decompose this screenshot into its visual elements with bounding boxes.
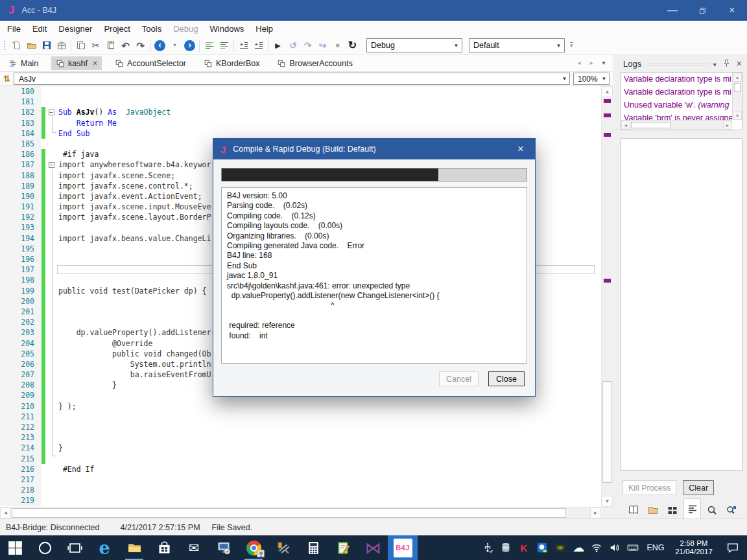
taskbar-clock[interactable]: 2:58 PM 21/04/2017	[669, 539, 718, 557]
back-history-dropdown-icon[interactable]: ▾	[167, 38, 182, 53]
b4j-app[interactable]: B4J	[388, 535, 418, 560]
clear-logs-button[interactable]: Clear	[683, 480, 714, 495]
scroll-up-icon[interactable]: ▲	[733, 73, 742, 82]
language-indicator[interactable]: ENG	[642, 543, 669, 552]
panel-splitter[interactable]	[613, 55, 618, 519]
redo-icon[interactable]: ↷	[133, 38, 148, 53]
zoom-select[interactable]: 100% ▼	[573, 73, 610, 85]
find-tab-icon[interactable]	[704, 501, 721, 519]
collapse-icon[interactable]: −	[49, 110, 54, 115]
build-config-select[interactable]: Default ▼	[469, 38, 565, 52]
visual-studio-icon[interactable]: ⋈	[358, 535, 388, 560]
comment-icon[interactable]	[202, 38, 217, 53]
notification-icon[interactable]	[718, 541, 747, 554]
nvidia-icon[interactable]	[551, 535, 569, 560]
toolbar-overflow-icon[interactable]: ▾	[570, 42, 573, 49]
indent-icon[interactable]	[251, 38, 266, 53]
minimize-icon[interactable]: —	[658, 0, 687, 21]
files-tab-icon[interactable]	[644, 501, 661, 519]
logs-vscroll-thumb[interactable]	[734, 83, 741, 92]
logs-hscroll-thumb[interactable]	[631, 122, 671, 128]
calculator-icon[interactable]	[298, 535, 328, 560]
restart-icon[interactable]: ↻	[345, 38, 360, 53]
tab-accountselector[interactable]: AccountSelector	[110, 56, 191, 70]
chrome-icon[interactable]	[239, 535, 268, 560]
scroll-down-icon[interactable]: ▼	[602, 496, 613, 507]
menu-item-tools[interactable]: Tools	[136, 21, 167, 36]
navigate-forward-icon[interactable]: ›	[182, 38, 197, 53]
restore-icon[interactable]	[687, 0, 717, 21]
log-item[interactable]: Unused variable 'w'. (warning	[621, 99, 732, 111]
pin-icon[interactable]	[722, 59, 731, 69]
scroll-up-icon[interactable]: ▲	[602, 86, 613, 97]
cortana-icon[interactable]	[30, 535, 60, 560]
touch-keyboard-icon[interactable]	[624, 535, 642, 560]
start-icon[interactable]	[0, 535, 30, 560]
editor-vscrollbar[interactable]: ▲ ▼	[601, 86, 613, 507]
close-icon[interactable]: ×	[717, 0, 747, 21]
remote-desktop-icon[interactable]	[209, 535, 239, 560]
store-icon[interactable]	[149, 535, 179, 560]
edge-icon[interactable]: e	[89, 535, 119, 560]
open-project-icon[interactable]	[24, 38, 39, 53]
task-view-icon[interactable]	[60, 535, 89, 560]
close-icon[interactable]: ×	[737, 59, 742, 69]
close-button[interactable]: Close	[488, 371, 525, 386]
logs-hscrollbar[interactable]: ◄ ►	[621, 120, 732, 130]
menu-item-edit[interactable]: Edit	[27, 21, 53, 36]
log-item[interactable]: Variable 'brm' is never assigne	[621, 111, 732, 120]
stop-icon[interactable]: ■	[330, 38, 345, 53]
kaspersky-icon[interactable]: K	[515, 535, 533, 560]
tab-kashf[interactable]: kashf×	[51, 56, 102, 70]
undo-icon[interactable]: ↶	[118, 38, 133, 53]
scroll-right-icon[interactable]: ►	[723, 121, 732, 130]
copy-icon[interactable]	[73, 38, 88, 53]
dialog-title-bar[interactable]: J Compile & Rapid Debug (Build: Default)…	[213, 139, 535, 159]
menu-item-file[interactable]: File	[1, 21, 27, 36]
collapse-icon[interactable]: −	[49, 162, 54, 168]
navigate-back-icon[interactable]: ‹	[152, 38, 167, 53]
database-icon[interactable]	[497, 535, 515, 560]
cut-icon[interactable]: ✂	[88, 38, 103, 53]
usb-icon[interactable]	[479, 535, 497, 560]
tab-kborderbox[interactable]: KBorderBox	[199, 56, 264, 70]
save-all-icon[interactable]	[39, 38, 54, 53]
log-item[interactable]: Variable declaration type is mi	[621, 73, 732, 86]
logs-list[interactable]: Variable declaration type is miVariable …	[621, 72, 742, 130]
menu-item-project[interactable]: Project	[98, 21, 136, 36]
chevron-down-icon[interactable]: ▾	[713, 59, 717, 69]
dev-tools-icon[interactable]	[268, 535, 298, 560]
paste-icon[interactable]	[103, 38, 118, 53]
libraries-tab-icon[interactable]	[624, 501, 642, 519]
outdent-icon[interactable]	[236, 38, 251, 53]
scroll-left-icon[interactable]: ◄	[621, 121, 630, 130]
volume-icon[interactable]	[606, 535, 624, 560]
menu-item-windows[interactable]: Windows	[204, 21, 250, 36]
teamviewer-icon[interactable]	[533, 535, 551, 560]
wifi-icon[interactable]	[587, 535, 606, 560]
uncomment-icon[interactable]	[217, 38, 231, 53]
step-over-icon[interactable]: ↷	[300, 38, 315, 53]
scroll-left-icon[interactable]: ◄	[0, 508, 11, 519]
logs-tab-icon[interactable]	[683, 498, 701, 519]
tab-nav-left-icon[interactable]: ◄	[576, 60, 582, 66]
step-out-icon[interactable]: ↪	[315, 38, 330, 53]
package-icon[interactable]	[54, 38, 69, 53]
run-icon[interactable]: ▶	[270, 38, 285, 53]
step-into-icon[interactable]: ↺	[285, 38, 300, 53]
logs-vscrollbar[interactable]: ▲ ▼	[732, 73, 742, 120]
scroll-right-icon[interactable]: ►	[590, 508, 601, 519]
scroll-down-icon[interactable]: ▼	[733, 111, 742, 120]
tab-main[interactable]: Main	[4, 56, 43, 70]
dialog-log[interactable]: B4J version: 5.00Parsing code. (0.02s)Co…	[221, 187, 527, 364]
onedrive-icon[interactable]: ☁	[569, 535, 587, 560]
tab-nav-right-icon[interactable]: ►	[589, 60, 594, 66]
menu-item-help[interactable]: Help	[250, 21, 279, 36]
modules-tab-icon[interactable]	[664, 501, 682, 519]
tab-browseraccounts[interactable]: BrowserAccounts	[272, 56, 357, 70]
member-select[interactable]: AsJv ▼	[14, 73, 570, 85]
menu-item-designer[interactable]: Designer	[53, 21, 98, 36]
dialog-close-icon[interactable]: ×	[506, 139, 535, 159]
tab-nav-down-icon[interactable]: ▼	[601, 60, 606, 66]
file-explorer-icon[interactable]	[119, 535, 149, 560]
